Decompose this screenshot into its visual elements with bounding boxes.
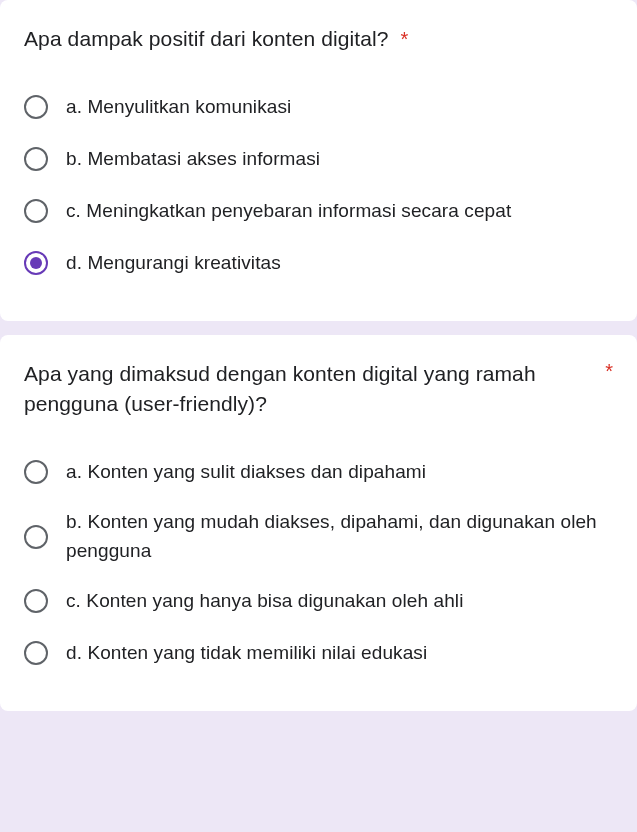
- radio-icon: [24, 147, 48, 171]
- option-label: c. Meningkatkan penyebaran informasi sec…: [66, 197, 511, 226]
- radio-icon-selected: [24, 251, 48, 275]
- radio-option[interactable]: d. Mengurangi kreativitas: [24, 237, 613, 289]
- question-card: Apa yang dimaksud dengan konten digital …: [0, 335, 637, 711]
- option-label: b. Membatasi akses informasi: [66, 145, 320, 174]
- required-marker: *: [401, 28, 409, 50]
- radio-option[interactable]: b. Membatasi akses informasi: [24, 133, 613, 185]
- radio-icon: [24, 589, 48, 613]
- question-title-text: Apa yang dimaksud dengan konten digital …: [24, 362, 536, 414]
- radio-icon: [24, 95, 48, 119]
- question-title-text: Apa dampak positif dari konten digital?: [24, 27, 389, 50]
- radio-icon: [24, 460, 48, 484]
- radio-option[interactable]: c. Meningkatkan penyebaran informasi sec…: [24, 185, 613, 237]
- question-card: Apa dampak positif dari konten digital? …: [0, 0, 637, 321]
- radio-icon: [24, 525, 48, 549]
- question-title: Apa dampak positif dari konten digital? …: [24, 24, 613, 53]
- radio-option[interactable]: a. Konten yang sulit diakses dan dipaham…: [24, 446, 613, 498]
- option-label: a. Menyulitkan komunikasi: [66, 93, 291, 122]
- question-header: Apa yang dimaksud dengan konten digital …: [24, 359, 613, 418]
- radio-option[interactable]: d. Konten yang tidak memiliki nilai eduk…: [24, 627, 613, 679]
- radio-option[interactable]: b. Konten yang mudah diakses, dipahami, …: [24, 498, 613, 575]
- radio-option[interactable]: c. Konten yang hanya bisa digunakan oleh…: [24, 575, 613, 627]
- radio-icon: [24, 641, 48, 665]
- radio-option[interactable]: a. Menyulitkan komunikasi: [24, 81, 613, 133]
- option-label: c. Konten yang hanya bisa digunakan oleh…: [66, 587, 463, 616]
- radio-icon: [24, 199, 48, 223]
- option-label: d. Konten yang tidak memiliki nilai eduk…: [66, 639, 427, 668]
- option-label: b. Konten yang mudah diakses, dipahami, …: [66, 508, 613, 565]
- question-header: Apa dampak positif dari konten digital? …: [24, 24, 613, 53]
- required-marker: *: [605, 359, 613, 383]
- question-title: Apa yang dimaksud dengan konten digital …: [24, 359, 599, 418]
- option-label: d. Mengurangi kreativitas: [66, 249, 281, 278]
- option-label: a. Konten yang sulit diakses dan dipaham…: [66, 458, 426, 487]
